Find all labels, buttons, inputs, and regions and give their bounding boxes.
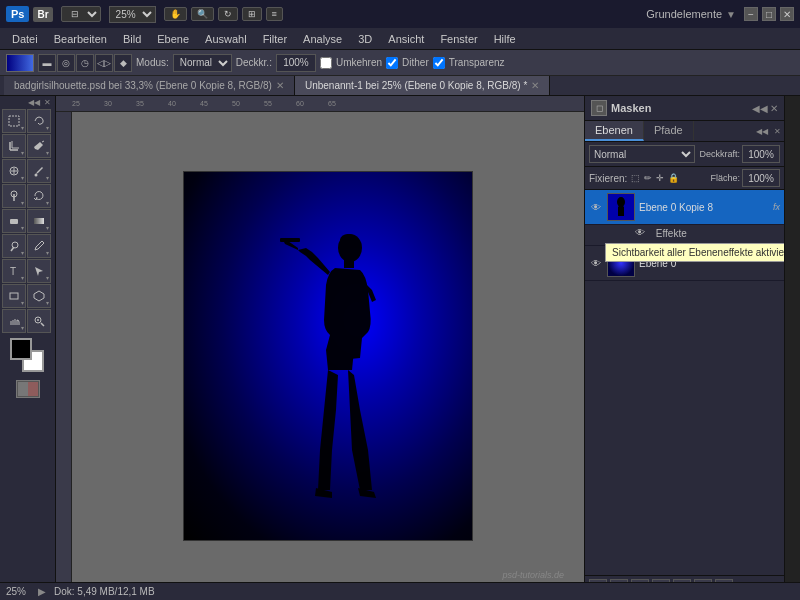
tab-1[interactable]: Unbenannt-1 bei 25% (Ebene 0 Kopie 8, RG… [295, 76, 550, 95]
svg-rect-13 [34, 218, 44, 224]
opacity-input[interactable] [276, 54, 316, 72]
canvas-image [183, 171, 473, 541]
tab-0[interactable]: badgirlsilhouette.psd bei 33,3% (Ebene 0… [4, 76, 295, 95]
fix-brush-icon[interactable]: ✏ [644, 173, 652, 183]
gradient-radial-btn[interactable]: ◎ [57, 54, 75, 72]
toolbox-collapse-btn[interactable]: ◀◀ [26, 98, 42, 107]
gradient-angle-btn[interactable]: ◷ [76, 54, 94, 72]
svg-point-25 [340, 234, 356, 246]
dodge-tool[interactable]: ▾ [2, 234, 26, 258]
zoom-select[interactable]: 25% [109, 6, 156, 23]
crop-tool[interactable]: ▾ [2, 134, 26, 158]
masks-expand-btn[interactable]: ◀◀ [752, 103, 768, 114]
ruler-mark: 50 [232, 100, 240, 107]
close-btn[interactable]: ✕ [780, 7, 794, 21]
layer-1-visibility-btn[interactable]: 👁 [589, 256, 603, 270]
menu-auswahl[interactable]: Auswahl [197, 31, 255, 47]
zoom-tool[interactable] [27, 309, 51, 333]
fill-value-input[interactable] [742, 169, 780, 187]
fix-move-icon[interactable]: ✛ [656, 173, 664, 183]
menu-ebene[interactable]: Ebene [149, 31, 197, 47]
tool-row-8: ▾ ▾ [2, 284, 53, 308]
layer-mode-select[interactable]: Normal [589, 145, 695, 163]
layer-0-thumbnail [607, 193, 635, 221]
fix-lock-icon[interactable]: 🔒 [668, 173, 679, 183]
layers-panel-expand[interactable]: ◀◀ [753, 124, 771, 139]
dither-checkbox[interactable] [386, 57, 398, 69]
menu-filter[interactable]: Filter [255, 31, 295, 47]
pen-tool[interactable]: ▾ [27, 234, 51, 258]
effects-eye-btn[interactable]: 👁 [635, 227, 649, 241]
reverse-checkbox[interactable] [320, 57, 332, 69]
rotate-tool-btn[interactable]: ↻ [218, 7, 238, 21]
tab-0-close[interactable]: ✕ [276, 80, 284, 91]
layout-btn[interactable]: ⊞ [242, 7, 262, 21]
svg-line-19 [41, 323, 44, 326]
masks-close-btn[interactable]: ✕ [770, 103, 778, 114]
layer-0-visibility-btn[interactable]: 👁 [589, 200, 603, 214]
watermark: psd-tutorials.de [502, 570, 564, 580]
tab-pfade[interactable]: Pfade [644, 121, 694, 141]
reverse-label: Umkehren [336, 57, 382, 68]
svg-text:T: T [10, 266, 16, 277]
zoom-tool-btn[interactable]: 🔍 [191, 7, 214, 21]
gradient-swatch[interactable] [6, 54, 34, 72]
minimize-btn[interactable]: − [744, 7, 758, 21]
toolbox-close-btn[interactable]: ✕ [42, 98, 53, 107]
ps-logo: Ps [6, 6, 29, 22]
menu-analyse[interactable]: Analyse [295, 31, 350, 47]
opacity-value-input[interactable] [742, 145, 780, 163]
mode-select[interactable]: Normal [173, 54, 232, 72]
lasso-tool[interactable]: ▾ [27, 109, 51, 133]
menu-fenster[interactable]: Fenster [432, 31, 485, 47]
menu-ansicht[interactable]: Ansicht [380, 31, 432, 47]
fix-pos-icon[interactable]: ⬚ [631, 173, 640, 183]
path-select-tool[interactable]: ▾ [27, 259, 51, 283]
restore-btn[interactable]: □ [762, 7, 776, 21]
hand-tool[interactable]: ▾ [2, 309, 26, 333]
svg-rect-26 [344, 260, 354, 268]
workspace-dropdown-icon[interactable]: ▼ [726, 9, 736, 20]
eyedropper-tool[interactable]: ▾ [27, 134, 51, 158]
gradient-reflect-btn[interactable]: ◁▷ [95, 54, 113, 72]
svg-line-5 [42, 141, 44, 142]
layers-list: 👁 Ebene 0 Kopie 8 fx � [585, 190, 784, 575]
selection-tool[interactable]: ▾ [2, 109, 26, 133]
3d-tool[interactable]: ▾ [27, 284, 51, 308]
clone-tool[interactable]: ▾ [2, 184, 26, 208]
tab-1-close[interactable]: ✕ [531, 80, 539, 91]
menu-hilfe[interactable]: Hilfe [486, 31, 524, 47]
transparency-checkbox[interactable] [433, 57, 445, 69]
arrange-btn[interactable]: ≡ [266, 7, 283, 21]
fg-color-swatch[interactable] [10, 338, 32, 360]
gradient-tool[interactable]: ▾ [27, 209, 51, 233]
layer-item-0[interactable]: 👁 Ebene 0 Kopie 8 fx [585, 190, 784, 225]
history-tool[interactable]: ▾ [27, 184, 51, 208]
ruler-left [56, 112, 72, 600]
menu-datei[interactable]: Datei [4, 31, 46, 47]
menu-bearbeiten[interactable]: Bearbeiten [46, 31, 115, 47]
menu-bild[interactable]: Bild [115, 31, 149, 47]
gradient-diamond-btn[interactable]: ◆ [114, 54, 132, 72]
toolbox-panel: ◀◀ ✕ ▾ ▾ ▾ ▾ [0, 96, 56, 600]
status-zoom-arrow[interactable]: ▶ [38, 586, 46, 597]
svg-point-9 [35, 174, 38, 177]
type-tool[interactable]: T ▾ [2, 259, 26, 283]
svg-rect-0 [9, 116, 19, 126]
view-mode-select[interactable]: ⊟ [61, 6, 101, 22]
menu-3d[interactable]: 3D [350, 31, 380, 47]
tab-ebenen[interactable]: Ebenen [585, 121, 644, 141]
healing-tool[interactable]: ▾ [2, 159, 26, 183]
svg-rect-23 [28, 382, 38, 396]
svg-rect-22 [18, 382, 28, 396]
eraser-tool[interactable]: ▾ [2, 209, 26, 233]
hand-tool-btn[interactable]: ✋ [164, 7, 187, 21]
brush-tool[interactable]: ▾ [27, 159, 51, 183]
far-right-panel [784, 96, 800, 600]
br-logo: Br [33, 7, 52, 22]
shape-tool[interactable]: ▾ [2, 284, 26, 308]
quick-mask-btn[interactable] [16, 380, 40, 398]
status-zoom: 25% [6, 586, 26, 597]
layers-panel-close[interactable]: ✕ [771, 124, 784, 139]
gradient-linear-btn[interactable]: ▬ [38, 54, 56, 72]
